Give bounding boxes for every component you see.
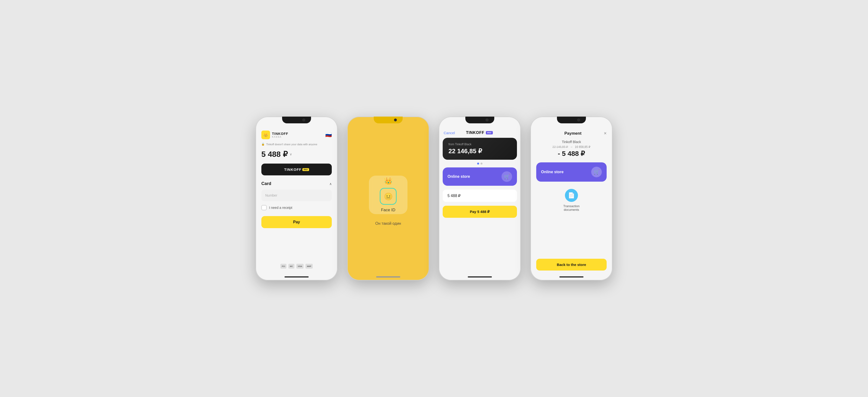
card-section-header: Card ∧	[261, 181, 332, 186]
mastercard-logo: MC	[288, 264, 294, 269]
pay-button[interactable]: Pay	[261, 216, 332, 228]
close-button[interactable]: ×	[604, 131, 607, 136]
card-amount: 22 146,85 ₽	[448, 147, 511, 155]
phones-container: 👑 TINKOFF KASSA 🇷🇺 🔒 Tinkoff doesn't sha…	[255, 117, 613, 280]
amount-change-row: 22 146,85 ₽ → 16 658,85 ₽	[536, 145, 607, 148]
amount-display: 5 488 ₽	[443, 190, 517, 202]
payment-logos: PCI MC VISA МИР	[261, 264, 332, 270]
face-id-subtext: Он такой один	[375, 221, 401, 226]
old-amount: 22 146,85 ₽	[552, 145, 568, 148]
phone-2-status-bar	[347, 123, 429, 127]
card-from: from Tinkoff Black	[448, 143, 511, 146]
tpay-badge: PAY	[486, 131, 493, 134]
tinkoff-pay-logo: TINKOFF PAY	[466, 131, 493, 135]
tinkoff-brand: TINKOFF	[272, 132, 288, 136]
phone-4: Payment × Tinkoff Black 22 146,85 ₽ → 16…	[530, 117, 613, 280]
phone-1-body: 👑 TINKOFF KASSA 🇷🇺 🔒 Tinkoff doesn't sha…	[255, 127, 338, 274]
privacy-note: 🔒 Tinkoff doesn't share your data with a…	[261, 143, 332, 146]
transaction-label: Transactiondocuments	[563, 204, 579, 211]
black-card[interactable]: from Tinkoff Black 22 146,85 ₽	[443, 138, 517, 160]
phone-2-home-bar	[376, 276, 400, 277]
phone-4-status-bar	[530, 123, 613, 127]
payment-title: Payment	[564, 131, 582, 136]
face-id-text: Face ID	[381, 208, 396, 212]
phone-3-topbar: Cancel TINKOFF PAY	[439, 127, 521, 138]
mir-logo: МИР	[306, 264, 313, 269]
tinkoff-pay-badge: PAY	[302, 168, 309, 171]
dots-indicator	[443, 163, 517, 165]
purple-store-button[interactable]: Online store 🛒	[536, 162, 607, 181]
store-cart-icon: 🛒	[591, 167, 602, 177]
new-amount: 16 658,85 ₽	[575, 145, 590, 148]
bank-name: Tinkoff Black	[536, 140, 607, 144]
cart-icon: 🛒	[501, 171, 512, 182]
chevron-up-icon[interactable]: ∧	[329, 182, 332, 186]
lock-icon: 🔒	[261, 143, 265, 146]
phone-1-notch	[282, 117, 311, 123]
tinkoff-pay-label: TINKOFF	[284, 167, 301, 171]
phone-2-content: 👑 😐 Face ID Он такой один	[347, 127, 429, 274]
store-btn-label: Online store	[541, 170, 563, 174]
face-id-frame: 😐	[380, 188, 397, 205]
phone-3: Cancel TINKOFF PAY from Tinkoff Black 22…	[439, 117, 521, 280]
dot-1	[477, 163, 479, 165]
phone-1-status-bar	[255, 123, 338, 127]
transaction-icon[interactable]: 📄	[565, 189, 578, 202]
tinkoff-sub: KASSA	[272, 136, 288, 138]
phone-2-body: 👑 😐 Face ID Он такой один	[347, 127, 429, 274]
phone-2-notch	[374, 117, 403, 123]
receipt-label: I need a receipt	[269, 206, 292, 209]
phone-3-content: Cancel TINKOFF PAY from Tinkoff Black 22…	[439, 127, 521, 274]
back-to-store-button[interactable]: Back to the store	[536, 259, 607, 270]
phone-1-content: 👑 TINKOFF KASSA 🇷🇺 🔒 Tinkoff doesn't sha…	[255, 127, 338, 274]
phone-3-home-bar	[468, 276, 492, 277]
tinkoff-pay-button[interactable]: TINKOFF PAY	[261, 164, 332, 175]
card-label: Card	[261, 181, 271, 186]
pay-yellow-button[interactable]: Pay 5 488 ₽	[443, 206, 517, 218]
phone-1-header: 👑 TINKOFF KASSA 🇷🇺	[261, 131, 332, 139]
transaction-section: 📄 Transactiondocuments	[536, 189, 607, 211]
dot-2	[480, 163, 483, 165]
face-id-card: 👑 😐 Face ID	[369, 176, 407, 214]
phone-4-notch	[557, 117, 586, 123]
phone-4-topbar: Payment ×	[530, 127, 613, 138]
phone-2: 👑 😐 Face ID Он такой один	[347, 117, 429, 280]
phone-3-status-bar	[439, 123, 521, 127]
face-id-crown-icon: 👑	[384, 177, 393, 185]
chevron-down-icon[interactable]: ∨	[289, 152, 292, 156]
phone-4-body: Tinkoff Black 22 146,85 ₽ → 16 658,85 ₽ …	[530, 138, 613, 274]
tinkoff-logo-text: TINKOFF KASSA	[272, 132, 288, 138]
phone-4-home-bar	[559, 276, 584, 277]
store-label: Online store	[447, 174, 470, 179]
tpay-brand: TINKOFF	[466, 131, 485, 135]
pci-logo: PCI	[280, 264, 286, 269]
phone-3-notch	[465, 117, 494, 123]
phone-4-camera	[577, 119, 580, 122]
phone-1-home-bar	[284, 276, 309, 277]
phone-3-body: from Tinkoff Black 22 146,85 ₽ Online st…	[439, 138, 521, 274]
purple-store-card[interactable]: Online store 🛒	[443, 167, 517, 186]
arrow-icon: →	[570, 145, 573, 148]
tinkoff-logo: 👑 TINKOFF KASSA	[261, 131, 288, 139]
phone-4-content: Payment × Tinkoff Black 22 146,85 ₽ → 16…	[530, 127, 613, 274]
card-number-input[interactable]: Number	[261, 190, 332, 201]
cancel-button[interactable]: Cancel	[444, 131, 455, 135]
phone-3-camera	[486, 119, 489, 122]
phone-1-camera	[302, 119, 305, 122]
amount-text: 5 488 ₽	[261, 150, 288, 159]
deduct-amount: - 5 488 ₽	[536, 150, 607, 158]
flag-icon: 🇷🇺	[325, 132, 332, 138]
amount-row: 5 488 ₽ ∨	[261, 150, 332, 159]
phone-2-camera	[394, 119, 397, 122]
tinkoff-logo-icon: 👑	[261, 131, 270, 139]
visa-logo: VISA	[296, 264, 304, 269]
receipt-row: I need a receipt	[261, 205, 332, 210]
face-id-face-icon: 😐	[384, 192, 393, 201]
receipt-checkbox[interactable]	[261, 205, 267, 210]
phone-1: 👑 TINKOFF KASSA 🇷🇺 🔒 Tinkoff doesn't sha…	[255, 117, 338, 280]
